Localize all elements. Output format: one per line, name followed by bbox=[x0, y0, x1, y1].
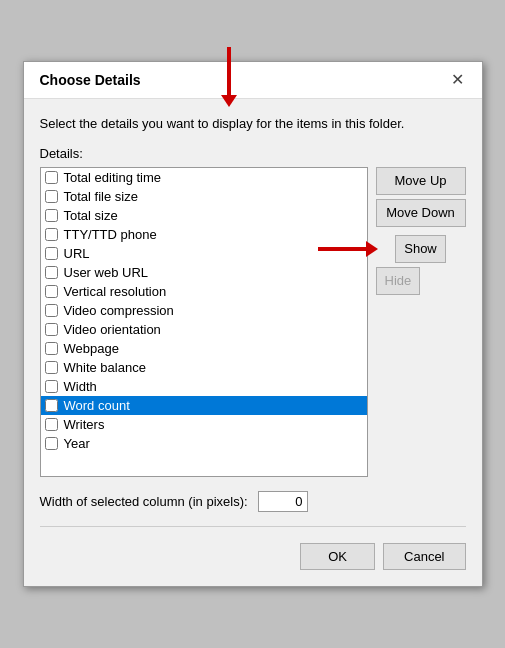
close-button[interactable]: ✕ bbox=[445, 70, 470, 90]
move-up-button[interactable]: Move Up bbox=[376, 167, 466, 195]
list-item-label: White balance bbox=[64, 360, 146, 375]
list-item-checkbox[interactable] bbox=[45, 228, 58, 241]
dialog-title: Choose Details bbox=[40, 72, 141, 88]
title-bar: Choose Details ✕ bbox=[24, 62, 482, 99]
pixel-width-row: Width of selected column (in pixels): bbox=[40, 491, 466, 512]
list-item-checkbox[interactable] bbox=[45, 437, 58, 450]
cancel-button[interactable]: Cancel bbox=[383, 543, 465, 570]
list-item-label: Total editing time bbox=[64, 170, 162, 185]
list-item[interactable]: Word count bbox=[41, 396, 367, 415]
list-item[interactable]: Total size bbox=[41, 206, 367, 225]
list-item-label: Webpage bbox=[64, 341, 119, 356]
list-item-checkbox[interactable] bbox=[45, 418, 58, 431]
dialog-body: Select the details you want to display f… bbox=[24, 99, 482, 585]
arrow-line-horizontal bbox=[318, 247, 366, 251]
list-item-checkbox[interactable] bbox=[45, 190, 58, 203]
details-list-scroll[interactable]: Total editing timeTotal file sizeTotal s… bbox=[41, 168, 367, 476]
arrow-line-vertical bbox=[227, 47, 231, 95]
list-item[interactable]: Year bbox=[41, 434, 367, 453]
list-item[interactable]: Vertical resolution bbox=[41, 282, 367, 301]
list-item[interactable]: Writers bbox=[41, 415, 367, 434]
choose-details-dialog: Choose Details ✕ Select the details you … bbox=[23, 61, 483, 586]
list-item[interactable]: Video orientation bbox=[41, 320, 367, 339]
list-item[interactable]: Total file size bbox=[41, 187, 367, 206]
list-item-checkbox[interactable] bbox=[45, 342, 58, 355]
list-item-label: Year bbox=[64, 436, 90, 451]
list-item-label: Total size bbox=[64, 208, 118, 223]
list-item[interactable]: White balance bbox=[41, 358, 367, 377]
move-down-button[interactable]: Move Down bbox=[376, 199, 466, 227]
footer-divider bbox=[40, 526, 466, 527]
list-item-checkbox[interactable] bbox=[45, 304, 58, 317]
list-item-label: TTY/TTD phone bbox=[64, 227, 157, 242]
list-item[interactable]: Width bbox=[41, 377, 367, 396]
list-item-label: Video orientation bbox=[64, 322, 161, 337]
hide-button-wrapper: Hide bbox=[376, 267, 466, 295]
list-item[interactable]: User web URL bbox=[41, 263, 367, 282]
list-item-checkbox[interactable] bbox=[45, 209, 58, 222]
arrow-head-right bbox=[366, 241, 378, 257]
ok-button[interactable]: OK bbox=[300, 543, 375, 570]
list-item-checkbox[interactable] bbox=[45, 361, 58, 374]
list-item-label: Width bbox=[64, 379, 97, 394]
list-item-label: Word count bbox=[64, 398, 130, 413]
list-item-checkbox[interactable] bbox=[45, 266, 58, 279]
details-label: Details: bbox=[40, 146, 466, 161]
list-item-checkbox[interactable] bbox=[45, 380, 58, 393]
list-item-checkbox[interactable] bbox=[45, 323, 58, 336]
list-item-label: Video compression bbox=[64, 303, 174, 318]
hide-button[interactable]: Hide bbox=[376, 267, 421, 295]
list-item-label: Vertical resolution bbox=[64, 284, 167, 299]
show-button-container: Show bbox=[376, 235, 466, 263]
description-text: Select the details you want to display f… bbox=[40, 115, 466, 133]
list-item-label: Total file size bbox=[64, 189, 138, 204]
show-button[interactable]: Show bbox=[395, 235, 446, 263]
list-item-checkbox[interactable] bbox=[45, 399, 58, 412]
pixel-width-label: Width of selected column (in pixels): bbox=[40, 494, 248, 509]
list-item-checkbox[interactable] bbox=[45, 247, 58, 260]
list-item[interactable]: Webpage bbox=[41, 339, 367, 358]
footer-buttons: OK Cancel bbox=[40, 537, 466, 574]
action-buttons-column: Move Up Move Down Show Hide bbox=[376, 167, 466, 477]
right-arrow-indicator bbox=[318, 241, 378, 257]
content-area: Total editing timeTotal file sizeTotal s… bbox=[40, 167, 466, 477]
list-item-label: Writers bbox=[64, 417, 105, 432]
details-list-container: Total editing timeTotal file sizeTotal s… bbox=[40, 167, 368, 477]
list-item[interactable]: Total editing time bbox=[41, 168, 367, 187]
pixel-width-input[interactable] bbox=[258, 491, 308, 512]
list-item[interactable]: Video compression bbox=[41, 301, 367, 320]
list-item-label: URL bbox=[64, 246, 90, 261]
list-item-checkbox[interactable] bbox=[45, 171, 58, 184]
down-arrow-indicator bbox=[221, 47, 237, 107]
list-item-label: User web URL bbox=[64, 265, 149, 280]
list-item-checkbox[interactable] bbox=[45, 285, 58, 298]
arrow-head-down bbox=[221, 95, 237, 107]
